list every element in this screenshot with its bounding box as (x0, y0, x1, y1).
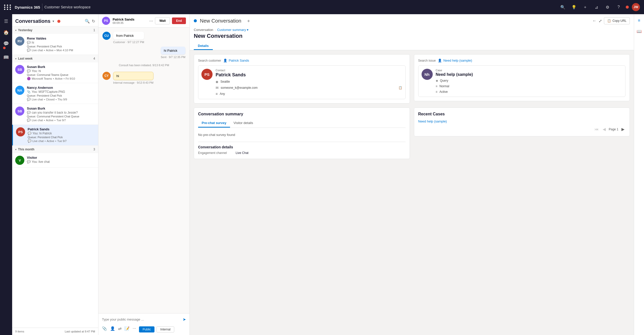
case-name: Need help (sample) (436, 72, 622, 77)
far-right-icon-1[interactable]: ≡ (636, 16, 642, 25)
rph-actions: ← ⤢ 📋 Copy URL (593, 17, 630, 24)
chat-timer: 00:09:35 (113, 21, 147, 24)
visitor-details-tab[interactable]: Visitor details (230, 119, 257, 128)
summary-divider (198, 142, 406, 142)
chat-messages: CU from Patrick Customer · 9/7 12:27 PM … (98, 28, 189, 313)
conversation-status-dot (194, 19, 197, 22)
tab-add-icon[interactable]: ＋ (246, 18, 251, 24)
internal-tab[interactable]: Internal (156, 326, 174, 332)
breadcrumb-end[interactable]: Customer summary ▾ (217, 28, 249, 32)
note-icon[interactable]: 📝 (125, 326, 130, 331)
end-button[interactable]: End (172, 17, 186, 24)
conv-name-patrick: Patrick Sands (28, 127, 95, 131)
conv-info-nancy: Nancy Anderson 📎 You: MSFTCapture.PNG Qu… (27, 86, 95, 101)
user-avatar[interactable]: JW (632, 3, 640, 11)
copy-url-button[interactable]: 📋 Copy URL (604, 17, 630, 24)
recent-case-link[interactable]: Need help (sample) (418, 119, 447, 123)
sidebar-home-icon[interactable]: 🏠 (1, 27, 11, 38)
attachment-icon[interactable]: 📎 (102, 326, 107, 331)
conv-preview-susan1: 💬 You: hi (27, 69, 95, 73)
breadcrumb-start: Conversation (194, 28, 213, 32)
page-title: New Conversation (194, 33, 242, 39)
conversations-dropdown[interactable]: ▾ (53, 19, 54, 23)
avatar-nancy: NA (15, 86, 24, 95)
chat-header-name: Patrick Sands (113, 17, 147, 21)
conv-info-susan1: Susan Burk 💬 You: hi Queue: Communal Tea… (27, 65, 95, 80)
section-yesterday[interactable]: ▾ Yesterday 1 (12, 26, 98, 34)
chat-header-info: Patrick Sands 00:09:35 (113, 17, 147, 24)
chat-input[interactable] (102, 316, 183, 323)
conversation-summary-title: Conversation summary (198, 112, 406, 116)
back-icon[interactable]: ← (593, 19, 597, 23)
customer-search-value[interactable]: 👤 Patrick Sands (223, 59, 249, 62)
help-icon[interactable]: ? (615, 3, 623, 11)
conversations-header: Conversations ▾ 🔍 ↻ (12, 14, 98, 26)
wait-button[interactable]: Wait (155, 17, 170, 24)
conv-status-patrick: 💬 Live chat • Active • Tue 9/7 (28, 139, 95, 143)
right-content: Search customer 👤 Patrick Sands PS Conta… (190, 50, 634, 335)
search-icon[interactable]: 🔍 (559, 3, 567, 11)
sidebar-book-icon[interactable]: 📖 (1, 52, 11, 62)
conv-status-susan2: 💬 Live chat • Active • Tue 9/7 (27, 118, 95, 122)
conv-queue-rene: Queue: Persistent Chat Pick (27, 45, 95, 48)
more-actions-icon[interactable]: ··· (133, 326, 136, 331)
engagement-label: Engagement channel (198, 151, 234, 155)
conversation-item-rene[interactable]: RV Rene Valdes 💬 hi Queue: Persistent Ch… (12, 34, 98, 55)
section-thismonth[interactable]: ▾ This month 3 (12, 146, 98, 153)
livechat-icon-patrick: 💬 (28, 139, 31, 143)
conversations-search-icon[interactable]: 🔍 (85, 19, 90, 24)
conv-name-nancy: Nancy Anderson (27, 86, 95, 90)
case-person-icon: 👤 (438, 59, 442, 62)
msg-content-hi-patrick: hi Patrick Sent · 9/7 12:35 PM (161, 47, 185, 59)
section-lastweek[interactable]: ▾ Last week 4 (12, 55, 98, 62)
nav-divider (42, 4, 42, 11)
sidebar-chat-icon[interactable]: 💬 (1, 39, 11, 49)
settings-icon[interactable]: ⚙ (603, 3, 612, 11)
conversation-item-visitor[interactable]: V Visitor 💬 You: live chat (12, 153, 98, 168)
msg-avatar-cy: CY (102, 72, 111, 80)
conversations-panel: Conversations ▾ 🔍 ↻ ▾ Yesterday 1 RV Ren… (12, 14, 98, 335)
conv-info-visitor: Visitor 💬 You: live chat (27, 156, 95, 164)
case-details-card: Nh Case Need help (sample) ◈ Query ≡ Nor… (418, 65, 626, 97)
conversation-item-nancy[interactable]: NA Nancy Anderson 📎 You: MSFTCapture.PNG… (12, 83, 98, 104)
transfer-icon[interactable]: ⇄ (118, 326, 121, 331)
lightbulb-icon[interactable]: 💡 (570, 3, 578, 11)
next-page-icon[interactable]: ▶ (620, 126, 625, 132)
contact-email-row: ✉ someone_k@example.com 📋 (216, 86, 402, 90)
case-info: Case Need help (sample) ◈ Query ≡ Normal (436, 69, 622, 94)
conv-name-rene: Rene Valdes (27, 37, 95, 40)
far-right-icon-2[interactable]: 📖 (635, 27, 644, 36)
notification-dot (626, 6, 629, 9)
public-tab[interactable]: Public (139, 326, 154, 332)
conversation-item-susan2[interactable]: SB Susan Burk 💬 can you transfer it back… (12, 104, 98, 125)
plus-icon[interactable]: ＋ (581, 3, 589, 11)
bottom-cards-row: Conversation summary Pre-chat survey Vis… (194, 108, 630, 159)
case-search-value[interactable]: 👤 Need help (sample) (438, 59, 472, 62)
conversation-summary-card: Conversation summary Pre-chat survey Vis… (194, 108, 410, 159)
email-copy-icon[interactable]: 📋 (398, 86, 402, 90)
chat-more-icon[interactable]: ··· (149, 18, 153, 24)
prev-page-icon[interactable]: ◀ (602, 126, 607, 132)
conv-name-susan1: Susan Burk (27, 65, 95, 69)
app-grid-icon[interactable] (4, 5, 12, 10)
conversation-item-patrick[interactable]: PS Patrick Sands 💬 You: hi Patrick Queue… (12, 125, 98, 146)
msg-content-internal-hi: hi Internal message · 9/13 8:43 PM (113, 72, 153, 84)
msg-bubble-from-patrick: from Patrick (113, 32, 144, 40)
agent-icon[interactable]: 👤 (110, 326, 115, 331)
conversation-item-susan1[interactable]: SB Susan Burk 💬 You: hi Queue: Communal … (12, 62, 98, 83)
popout-icon[interactable]: ⤢ (599, 19, 602, 23)
workspace-title: Customer Service workspace (44, 5, 91, 9)
prechat-survey-tab[interactable]: Pre-chat survey (198, 119, 230, 128)
conversations-refresh-icon[interactable]: ↻ (92, 19, 95, 24)
any-icon: ≡ (216, 92, 218, 96)
avatar-rene: RV (15, 37, 24, 46)
section-yesterday-count: 1 (93, 28, 95, 32)
tab-details[interactable]: Details (194, 42, 213, 50)
sidebar-collapse-icon[interactable]: ☰ (1, 16, 11, 26)
send-icon[interactable]: ➤ (183, 317, 186, 322)
main-layout: ☰ 🏠 💬 📖 Conversations ▾ 🔍 ↻ ▾ Yesterday … (0, 14, 644, 335)
first-page-icon[interactable]: ⏮ (594, 127, 600, 132)
filter-icon[interactable]: ⊿ (592, 3, 600, 11)
pagination-row: ⏮ ◀ Page 1 ▶ (418, 126, 626, 132)
top-cards-row: Search customer 👤 Patrick Sands PS Conta… (194, 54, 630, 103)
